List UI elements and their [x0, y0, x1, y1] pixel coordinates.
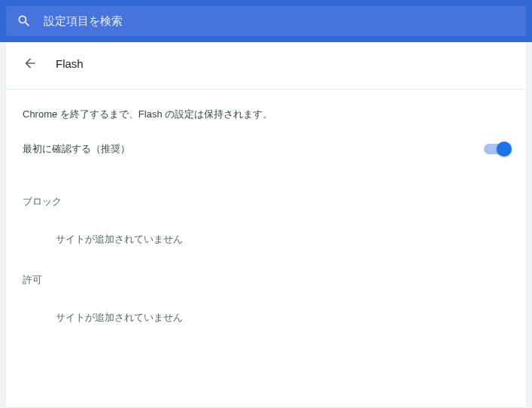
block-section: ブロック — [6, 177, 526, 212]
search-input-container[interactable]: 設定項目を検索 — [6, 6, 526, 36]
search-placeholder: 設定項目を検索 — [44, 14, 123, 29]
search-icon — [17, 14, 32, 29]
block-section-title: ブロック — [23, 195, 509, 209]
info-text: Chrome を終了するまで、Flash の設定は保持されます。 — [6, 90, 526, 121]
allow-empty-text: サイトが追加されていません — [6, 290, 526, 333]
toggle-knob — [497, 142, 512, 157]
toggle-label: 最初に確認する（推奨） — [23, 142, 130, 156]
allow-section: 許可 — [6, 255, 526, 290]
back-arrow-icon[interactable] — [23, 56, 38, 71]
settings-card: Flash Chrome を終了するまで、Flash の設定は保持されます。 最… — [6, 42, 526, 407]
header-row: Flash — [6, 42, 526, 90]
search-bar: 設定項目を検索 — [0, 0, 532, 42]
toggle-row: 最初に確認する（推奨） — [6, 121, 526, 177]
ask-first-toggle[interactable] — [484, 144, 509, 154]
block-empty-text: サイトが追加されていません — [6, 212, 526, 255]
content-wrap: Flash Chrome を終了するまで、Flash の設定は保持されます。 最… — [0, 42, 532, 407]
page-title: Flash — [56, 57, 84, 70]
allow-section-title: 許可 — [23, 273, 509, 287]
